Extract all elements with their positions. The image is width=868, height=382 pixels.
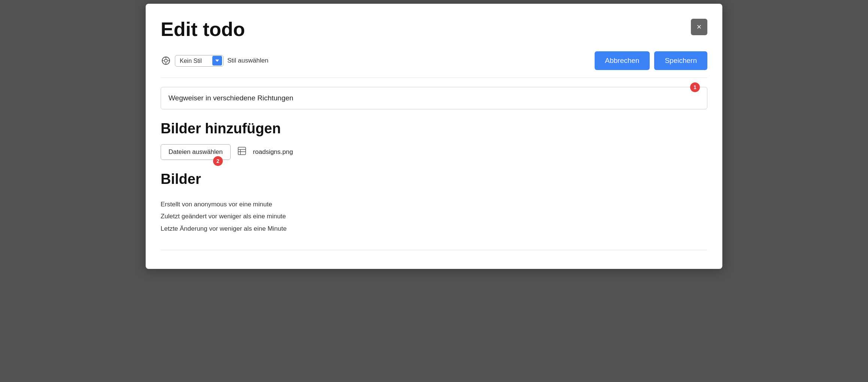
modal-title: Edit todo (161, 19, 245, 40)
svg-rect-6 (238, 147, 246, 155)
bilder-title: Bilder (161, 171, 707, 187)
modal-dialog: Edit todo × Kein Stil (146, 4, 722, 269)
badge-2: 2 (213, 156, 223, 166)
file-icon (237, 146, 247, 158)
overlay: Edit todo × Kein Stil (0, 0, 868, 382)
meta-info: Erstellt von anonymous vor eine minute Z… (161, 198, 707, 235)
cancel-button[interactable]: Abbrechen (595, 51, 650, 70)
toolbar: Kein Stil Stil auswählen Abbrechen Speic… (161, 51, 707, 78)
style-icon (161, 55, 171, 66)
file-upload-row: Dateien auswählen roadsigns.png 2 (161, 144, 707, 160)
todo-input-wrapper: 1 (161, 87, 707, 109)
modal-header: Edit todo × (161, 19, 707, 40)
svg-point-1 (164, 59, 167, 62)
meta-created: Erstellt von anonymous vor eine minute (161, 198, 707, 210)
file-name: roadsigns.png (253, 148, 293, 156)
style-select[interactable]: Kein Stil (175, 55, 224, 67)
meta-modified: Zuletzt geändert vor weniger als eine mi… (161, 210, 707, 222)
meta-last-change: Letzte Änderung vor weniger als eine Min… (161, 223, 707, 235)
images-section-title: Bilder hinzufügen (161, 121, 707, 137)
badge-1: 1 (690, 82, 700, 92)
close-button[interactable]: × (691, 19, 707, 35)
style-select-wrapper[interactable]: Kein Stil (175, 55, 224, 67)
bilder-section: Bilder (161, 171, 707, 187)
images-section: Bilder hinzufügen Dateien auswählen road… (161, 121, 707, 160)
modal-footer (161, 250, 707, 254)
save-button[interactable]: Speichern (654, 51, 707, 70)
todo-input[interactable] (161, 87, 707, 109)
toolbar-left: Kein Stil Stil auswählen (161, 55, 268, 67)
style-label: Stil auswählen (227, 57, 268, 64)
toolbar-right: Abbrechen Speichern (595, 51, 707, 70)
